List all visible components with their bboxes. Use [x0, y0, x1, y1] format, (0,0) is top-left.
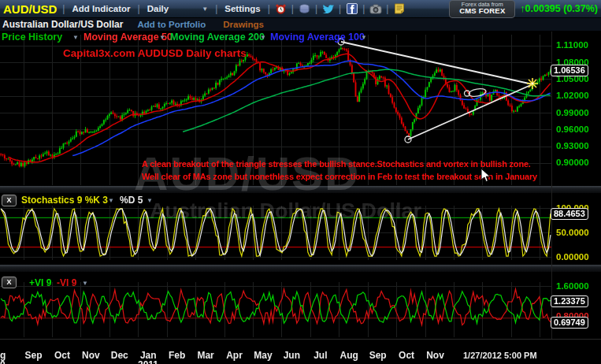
notes-icon[interactable] — [392, 2, 406, 15]
subheader: Australian Dollar/US Dollar Add to Portf… — [0, 18, 601, 31]
toolbar-separator: | — [268, 3, 270, 14]
mouse-cursor — [480, 168, 491, 183]
time-axis-month: Nov — [82, 350, 100, 361]
toolbar-separator: | — [62, 3, 65, 14]
vortex-minus-label[interactable]: -VI 9 — [57, 277, 76, 288]
chart-annotation-line2: Well clear of MAs zone but nonethless ex… — [142, 172, 537, 181]
time-axis-month: Apr — [226, 350, 243, 361]
symbol-label: AUD/USD — [3, 2, 57, 16]
stoch-axis-label: 50.0000 — [556, 228, 589, 237]
time-axis-month: Oct — [399, 350, 414, 361]
vortex-minus-current-box: 0.69749 — [551, 317, 588, 329]
toolbar-separator: | — [291, 3, 294, 14]
drawings-menu[interactable]: Drawings — [223, 20, 264, 29]
instrument-name: Australian Dollar/US Dollar — [2, 19, 123, 30]
time-axis-month: Aug — [340, 350, 358, 361]
time-axis-month: Sep — [369, 350, 387, 361]
time-axis-month: Jun — [284, 350, 300, 361]
time-axis-year-partial: 0 — [0, 359, 6, 364]
add-indicator-button[interactable]: Add Indicator — [72, 4, 130, 13]
time-axis-month: Nov — [426, 350, 444, 361]
stoch-d-label[interactable]: %D 5 — [120, 195, 143, 206]
time-axis-month: Dec — [111, 350, 128, 361]
vortex-plus-label[interactable]: +VI 9 — [29, 277, 51, 288]
stoch-indicator-label[interactable]: Stochastics 9 %K 3 — [21, 195, 108, 206]
price-axis-label: 0.96000 — [556, 124, 589, 134]
twitter-icon[interactable] — [321, 2, 335, 15]
time-axis-month: Feb — [169, 350, 185, 361]
chart-annotation-line1: A clean breakout of the triangle stresse… — [142, 159, 531, 169]
panel-splitter-stoch-vortex[interactable] — [0, 265, 601, 272]
camera-icon[interactable] — [369, 2, 382, 15]
price-change-value: ↑0.00395 (0.37%) — [520, 3, 598, 14]
toolbar-separator: | — [362, 3, 365, 14]
chevron-down-icon[interactable]: ▼ — [159, 34, 165, 41]
vortex-plus-current-box: 1.23375 — [551, 295, 588, 307]
chevron-down-icon[interactable]: ▼ — [108, 197, 114, 204]
close-stoch-panel-button[interactable]: X — [2, 195, 17, 206]
chevron-down-icon[interactable]: ▼ — [147, 197, 153, 204]
timeframe-dropdown[interactable]: Daily — [147, 4, 169, 13]
toolbar-separator: | — [339, 3, 341, 14]
toolbar-separator: | — [315, 3, 317, 14]
toolbar-separator: | — [386, 3, 388, 14]
time-axis-divider — [0, 339, 601, 340]
coins-icon[interactable] — [298, 2, 311, 15]
chart-annotation-title: Capital3x.com AUDUSD Daily charts — [63, 47, 247, 59]
cms-forex-label: CMS FOREX — [450, 7, 514, 15]
trading-app-window: AUD/USD Australian Dollar/US Dollar AUD/… — [0, 0, 601, 364]
toolbar: AUD/USD | Add Indicator | Daily ▼ | Sett… — [0, 0, 601, 18]
vortex-axis-label: 1.60000 — [556, 281, 589, 291]
add-to-portfolio-link[interactable]: Add to Portfolio — [137, 20, 206, 29]
chevron-down-icon[interactable]: ▼ — [72, 34, 79, 41]
cms-forex-logo[interactable]: Forex data from CMS FOREX — [449, 0, 515, 18]
time-axis-month: Sep — [24, 350, 42, 361]
settings-button[interactable]: Settings — [224, 4, 260, 13]
toolbar-separator: | — [138, 3, 140, 14]
legend-ma100[interactable]: Moving Average 100 — [270, 32, 365, 43]
price-axis-label: 0.99000 — [556, 108, 589, 117]
price-axis-label: 0.90000 — [556, 158, 589, 167]
chevron-down-icon[interactable]: ▼ — [202, 6, 208, 13]
stoch-current-box: 88.4653 — [551, 208, 588, 220]
current-price-box: 1.06536 — [551, 65, 588, 76]
time-axis-month: Jan — [140, 350, 157, 361]
chevron-down-icon[interactable]: ▼ — [82, 280, 88, 287]
stoch-axis-label: 0.00000 — [556, 252, 589, 262]
facebook-icon[interactable] — [345, 2, 358, 15]
alarm-clock-icon[interactable] — [274, 2, 288, 15]
price-axis-label: 0.93000 — [556, 141, 589, 150]
legend-ma200[interactable]: Moving Average 200 — [170, 32, 265, 43]
chevron-down-icon[interactable]: ▼ — [260, 34, 266, 41]
price-axis-label: 1.02000 — [556, 91, 589, 100]
close-vortex-panel-button[interactable]: X — [2, 277, 17, 288]
axis-separator — [551, 32, 552, 339]
legend-price-history[interactable]: Price History — [2, 32, 62, 43]
time-axis-month: Mar — [197, 350, 213, 361]
price-axis-label: 1.11000 — [556, 40, 588, 50]
time-axis-month: Oct — [54, 350, 70, 361]
last-update-timestamp: 1/27/2012 5:00 PM — [463, 351, 537, 360]
time-axis-month: May — [254, 350, 272, 361]
chevron-down-icon[interactable]: ▼ — [361, 34, 367, 41]
toolbar-separator: | — [215, 3, 217, 14]
stoch-watermark: Australian Dollar/US Dollar — [150, 199, 421, 224]
time-axis-month: Jul — [313, 350, 327, 361]
